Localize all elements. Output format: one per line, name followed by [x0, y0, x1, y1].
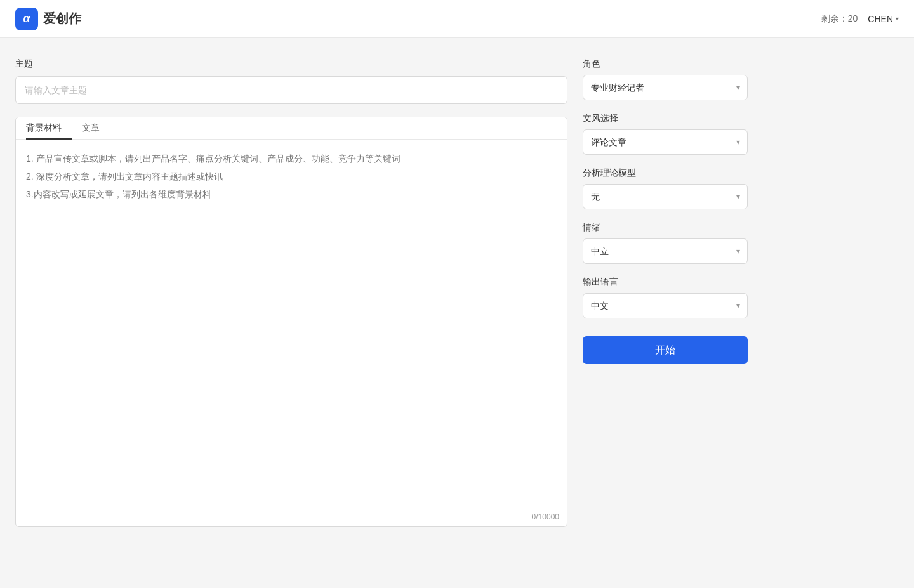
- role-select-wrapper: 专业财经记者 科技编辑 营销文案 新闻记者 ▾: [583, 75, 748, 100]
- header-right: 剩余：20 CHEN ▾: [821, 13, 899, 25]
- start-button[interactable]: 开始: [583, 336, 748, 364]
- emotion-select-wrapper: 中立 积极 消极 客观 ▾: [583, 238, 748, 264]
- model-group: 分析理论模型 无 SWOT分析 波特五力 PEST分析 ▾: [583, 167, 748, 209]
- emotion-label: 情绪: [583, 222, 748, 233]
- char-count: 0/10000: [16, 510, 567, 526]
- tab-background-materials[interactable]: 背景材料: [26, 117, 72, 139]
- left-panel: 主题 背景材料 文章 0/10000: [15, 58, 567, 527]
- emotion-select[interactable]: 中立 积极 消极 客观: [583, 238, 748, 264]
- logo-area: α 爱创作: [15, 8, 81, 30]
- style-select-wrapper: 评论文章 新闻报道 深度分析 产品推广 ▾: [583, 129, 748, 155]
- subject-input[interactable]: [15, 76, 567, 104]
- header: α 爱创作 剩余：20 CHEN ▾: [0, 0, 914, 38]
- right-panel: 角色 专业财经记者 科技编辑 营销文案 新闻记者 ▾ 文风选择 评论文章 新闻报…: [583, 58, 748, 527]
- model-select-wrapper: 无 SWOT分析 波特五力 PEST分析 ▾: [583, 184, 748, 209]
- user-dropdown[interactable]: CHEN ▾: [868, 14, 899, 24]
- role-label: 角色: [583, 58, 748, 70]
- role-group: 角色 专业财经记者 科技编辑 营销文案 新闻记者 ▾: [583, 58, 748, 100]
- main-content: 主题 背景材料 文章 0/10000 角色 专业财经记者 科技编辑 营销文案 新…: [0, 38, 914, 547]
- tabs: 背景材料 文章: [16, 117, 567, 140]
- background-textarea[interactable]: [16, 140, 567, 507]
- model-label: 分析理论模型: [583, 167, 748, 179]
- subject-label: 主题: [15, 58, 567, 70]
- tab-article[interactable]: 文章: [72, 117, 110, 139]
- style-label: 文风选择: [583, 113, 748, 124]
- tabs-and-textarea: 背景材料 文章 0/10000: [15, 117, 567, 527]
- style-group: 文风选择 评论文章 新闻报道 深度分析 产品推广 ▾: [583, 113, 748, 155]
- role-select[interactable]: 专业财经记者 科技编辑 营销文案 新闻记者: [583, 75, 748, 100]
- logo-text: 爱创作: [43, 10, 81, 27]
- model-select[interactable]: 无 SWOT分析 波特五力 PEST分析: [583, 184, 748, 209]
- emotion-group: 情绪 中立 积极 消极 客观 ▾: [583, 222, 748, 264]
- balance-text: 剩余：20: [821, 13, 858, 25]
- language-select-wrapper: 中文 英文 日文 韩文 ▾: [583, 293, 748, 318]
- style-select[interactable]: 评论文章 新闻报道 深度分析 产品推广: [583, 129, 748, 155]
- language-group: 输出语言 中文 英文 日文 韩文 ▾: [583, 277, 748, 318]
- language-select[interactable]: 中文 英文 日文 韩文: [583, 293, 748, 318]
- user-name: CHEN: [868, 14, 893, 24]
- language-label: 输出语言: [583, 277, 748, 288]
- chevron-down-icon: ▾: [896, 15, 899, 22]
- logo-icon: α: [15, 8, 38, 30]
